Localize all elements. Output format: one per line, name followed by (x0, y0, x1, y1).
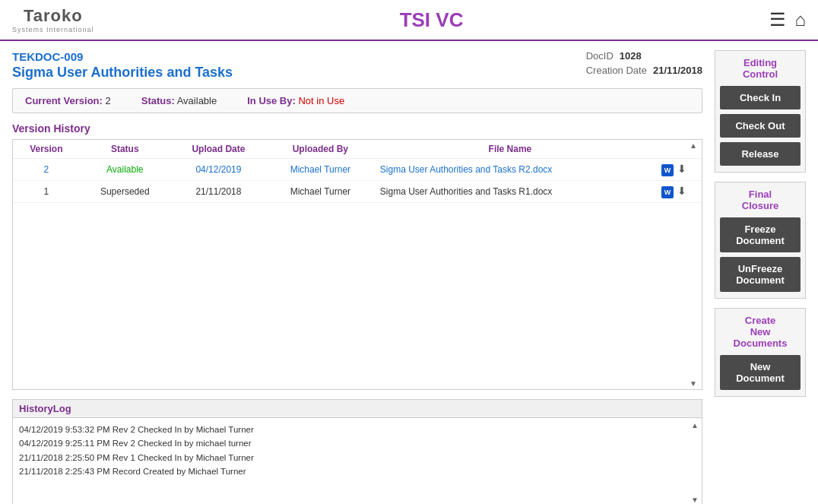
history-log-title: HistoryLog (12, 399, 702, 417)
create-new-section: CreateNewDocuments NewDocument (715, 308, 806, 397)
word-icon[interactable]: W (661, 164, 674, 176)
doc-header: TEKDOC-009 Sigma User Authorities and Ta… (12, 50, 702, 81)
current-version-label: Current Version: (25, 95, 103, 106)
log-entry: 04/12/2019 9:53:32 PM Rev 2 Checked In b… (19, 423, 696, 436)
check-in-button[interactable]: Check In (720, 86, 801, 109)
cell-status: Available (80, 159, 170, 181)
status-bar: Current Version: 2 Status: Available In … (12, 88, 702, 113)
current-version-value: 2 (105, 95, 110, 106)
log-entry: 21/11/2018 2:25:50 PM Rev 1 Checked In b… (19, 451, 696, 464)
version-history-title: Version History (12, 122, 702, 135)
new-document-button[interactable]: NewDocument (720, 355, 801, 390)
download-icon[interactable]: ⬇ (677, 185, 686, 197)
history-log: 04/12/2019 9:53:32 PM Rev 2 Checked In b… (12, 417, 702, 504)
status-value: Available (177, 95, 217, 106)
log-entry: 21/11/2018 2:25:43 PM Record Created by … (19, 464, 696, 478)
in-use-value: Not in Use (298, 95, 344, 106)
home-icon[interactable]: ⌂ (795, 9, 807, 30)
doc-info: TEKDOC-009 Sigma User Authorities and Ta… (12, 50, 233, 81)
creation-date-value: 21/11/2018 (653, 65, 702, 76)
sidebar: EditingControl Check In Check Out Releas… (715, 50, 806, 504)
final-closure-section: FinalClosure FreezeDocument UnFreezeDocu… (715, 182, 806, 299)
cell-uploaded-by: Michael Turner (267, 181, 374, 203)
release-button[interactable]: Release (720, 142, 801, 166)
table-row: 1 Superseded 21/11/2018 Michael Turner S… (13, 181, 702, 203)
app-header: Taroko Systems International TSI VC ☰ ⌂ (0, 0, 818, 41)
col-uploaded-by: Uploaded By (267, 140, 374, 159)
in-use-group: In Use By: Not in Use (247, 95, 344, 106)
create-new-title: CreateNewDocuments (715, 309, 805, 352)
history-scroll-up[interactable]: ▲ (691, 420, 699, 432)
doc-id: TEKDOC-009 (12, 50, 233, 63)
cell-uploaded-by: Michael Turner (267, 159, 374, 181)
final-closure-title: FinalClosure (715, 182, 805, 214)
history-scroll-down[interactable]: ▼ (691, 494, 699, 504)
history-log-entries: 04/12/2019 9:53:32 PM Rev 2 Checked In b… (19, 423, 696, 479)
col-version: Version (13, 140, 80, 159)
download-icon[interactable]: ⬇ (677, 163, 686, 175)
cell-version: 1 (13, 181, 80, 203)
table-row: 2 Available 04/12/2019 Michael Turner Si… (13, 159, 702, 181)
logo: Taroko Systems International (12, 6, 94, 33)
table-header-row: Version Status Upload Date Uploaded By F… (13, 140, 702, 159)
creation-date-row: Creation Date 21/11/2018 (586, 65, 702, 76)
menu-icon[interactable]: ☰ (769, 9, 786, 30)
check-out-button[interactable]: Check Out (720, 114, 801, 138)
word-icon[interactable]: W (661, 186, 674, 198)
scroll-down-arrow[interactable]: ▼ (690, 379, 697, 388)
current-version-group: Current Version: 2 (25, 95, 111, 106)
cell-upload-date: 21/11/2018 (170, 181, 267, 203)
cell-file-name: Sigma User Authorities and Tasks R1.docx (374, 181, 646, 203)
cell-version: 2 (13, 159, 80, 181)
content-area: TEKDOC-009 Sigma User Authorities and Ta… (0, 41, 818, 504)
status-label: Status: (141, 95, 175, 106)
app-title: TSI VC (94, 8, 769, 32)
table-scrollbar[interactable]: ▲ ▼ (688, 140, 699, 389)
col-file-name: File Name (374, 140, 646, 159)
doc-id-row: DocID 1028 (586, 50, 642, 62)
doc-title: Sigma User Authorities and Tasks (12, 65, 233, 81)
editing-control-title: EditingControl (715, 51, 805, 83)
unfreeze-document-button[interactable]: UnFreezeDocument (720, 257, 801, 292)
history-log-scrollbar[interactable]: ▲ ▼ (691, 418, 699, 504)
scroll-up-arrow[interactable]: ▲ (690, 141, 697, 150)
status-group: Status: Available (141, 95, 217, 106)
freeze-document-button[interactable]: FreezeDocument (720, 217, 801, 252)
version-table: Version Status Upload Date Uploaded By F… (13, 140, 702, 203)
logo-main: Taroko (24, 6, 83, 26)
doc-id-value: 1028 (620, 50, 642, 62)
main-area: TEKDOC-009 Sigma User Authorities and Ta… (12, 50, 702, 504)
doc-meta: DocID 1028 Creation Date 21/11/2018 (586, 50, 702, 76)
cell-upload-date: 04/12/2019 (170, 159, 267, 181)
log-entry: 04/12/2019 9:25:11 PM Rev 2 Checked In b… (19, 436, 696, 450)
header-icons: ☰ ⌂ (769, 9, 807, 30)
creation-date-label: Creation Date (586, 65, 647, 76)
col-upload-date: Upload Date (170, 140, 267, 159)
doc-id-label: DocID (586, 50, 614, 62)
logo-sub: Systems International (12, 26, 94, 33)
version-table-container: Version Status Upload Date Uploaded By F… (12, 139, 702, 390)
col-status: Status (80, 140, 170, 159)
in-use-label: In Use By: (247, 95, 296, 106)
editing-control-section: EditingControl Check In Check Out Releas… (715, 50, 806, 173)
cell-file-name: Sigma User Authorities and Tasks R2.docx (374, 159, 646, 181)
cell-status: Superseded (80, 181, 170, 203)
